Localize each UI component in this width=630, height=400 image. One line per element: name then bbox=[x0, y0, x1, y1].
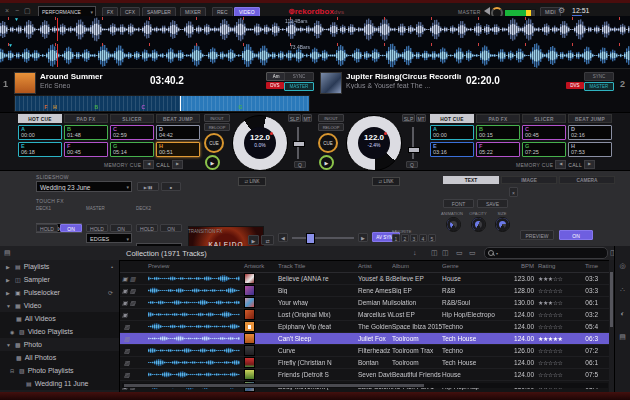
preview-waveform[interactable] bbox=[148, 275, 240, 282]
hot-cue-pad-h[interactable]: H00:51 bbox=[156, 142, 200, 157]
expander-icon[interactable]: ⊟ bbox=[10, 368, 16, 374]
search-input[interactable] bbox=[500, 249, 594, 257]
minimize-icon[interactable]: − bbox=[15, 7, 19, 14]
deck1-sync-button[interactable]: SYNC bbox=[284, 72, 314, 81]
opacity-knob[interactable] bbox=[471, 217, 486, 232]
waveform-display[interactable]: 112.4Bars 73.4Bars ▼ ▼ bbox=[0, 16, 630, 68]
sidebar-item-video-playlists[interactable]: ◉▨Video Playlists bbox=[0, 325, 119, 338]
cell-rating[interactable]: ☆☆☆☆☆ bbox=[534, 359, 572, 366]
cell-rating[interactable]: ★★★☆☆ bbox=[534, 299, 572, 306]
preview-waveform[interactable] bbox=[148, 347, 240, 354]
display-output-1-icon[interactable]: ▭ bbox=[456, 249, 463, 257]
memory-cue-prev-button[interactable]: ◀ bbox=[143, 160, 154, 169]
close-icon[interactable]: × bbox=[5, 7, 9, 14]
hot-cue-pad-e[interactable]: E06:18 bbox=[18, 142, 62, 157]
hot-cue-pad-f[interactable]: F00:45 bbox=[64, 142, 108, 157]
info-icon[interactable]: ◐ bbox=[615, 310, 630, 317]
deck2-loop-in-out-button[interactable]: IN/OUT bbox=[318, 114, 344, 122]
overlay-on-button[interactable]: ON bbox=[559, 230, 593, 240]
sidebar-item-all-photos[interactable]: ▩All Photos bbox=[0, 351, 119, 364]
expander-icon[interactable]: ▼ bbox=[6, 303, 12, 309]
deck1-video-link-button[interactable]: LINK bbox=[238, 177, 266, 186]
horizontal-scrollbar[interactable] bbox=[122, 383, 608, 388]
fx-deck1-on-button[interactable]: ON bbox=[60, 224, 82, 232]
deck2-tempo-slider[interactable] bbox=[412, 127, 414, 159]
import-icon[interactable]: ↓ bbox=[413, 249, 417, 256]
tab-hot-cue[interactable]: HOT CUE bbox=[430, 114, 474, 123]
animation-knob[interactable] bbox=[446, 217, 461, 232]
favorite-3-button[interactable]: 3 bbox=[410, 234, 418, 242]
list-view-icon[interactable]: ◫ bbox=[442, 249, 449, 257]
col-bpm[interactable]: BPM bbox=[504, 263, 534, 269]
deck2-cue-button[interactable]: CUE bbox=[318, 133, 338, 153]
fx-deck2-hold-button[interactable]: HOLD bbox=[136, 224, 158, 232]
tab-beat-jump[interactable]: BEAT JUMP bbox=[156, 114, 200, 123]
table-row[interactable]: ▥Firefly (Christian NBontanToolroomTech … bbox=[120, 357, 614, 369]
sidebar-item-all-videos[interactable]: ▦All Videos bbox=[0, 312, 119, 325]
save-button[interactable]: SAVE bbox=[477, 199, 508, 208]
deck2-master-button[interactable]: MASTER bbox=[584, 82, 614, 91]
memory-cue-next-button[interactable]: ▶ bbox=[172, 160, 183, 169]
favorite-2-button[interactable]: 2 bbox=[401, 234, 409, 242]
font-button[interactable]: FONT bbox=[443, 199, 474, 208]
fx-deck1-hold-button[interactable]: HOLD bbox=[36, 224, 58, 232]
preview-waveform[interactable] bbox=[148, 359, 240, 366]
expander-icon[interactable]: ◉ bbox=[10, 329, 16, 335]
tab-hot-cue[interactable]: HOT CUE bbox=[18, 114, 62, 123]
grid-view-icon[interactable]: ◫ bbox=[431, 249, 438, 257]
deck2-tempo-handle[interactable] bbox=[408, 147, 420, 153]
table-row[interactable]: ▥Epiphany Vip (featThe Golden BoySpace I… bbox=[120, 321, 614, 333]
table-row[interactable]: ▣▥BigRene AmeszBig EPR&B128.00☆☆☆☆☆03:3 bbox=[120, 285, 614, 297]
video-crossfader-left-button[interactable]: ◀ bbox=[278, 233, 288, 242]
favorite-4-button[interactable]: 4 bbox=[419, 234, 427, 242]
preview-waveform[interactable] bbox=[148, 335, 240, 342]
transition-shuffle-button[interactable]: ⇄ bbox=[261, 235, 274, 245]
preview-waveform[interactable] bbox=[148, 371, 240, 378]
hot-cue-pad-d[interactable]: D04:42 bbox=[156, 125, 200, 140]
tab-slicer[interactable]: SLICER bbox=[110, 114, 154, 123]
favorite-1-button[interactable]: 1 bbox=[392, 234, 400, 242]
deck2-sync-button[interactable]: SYNC bbox=[584, 72, 614, 81]
maximize-icon[interactable]: ▢ bbox=[24, 7, 31, 15]
col-artist[interactable]: Artist bbox=[358, 263, 392, 269]
sidebar-item-photo[interactable]: ▼▩Photo bbox=[0, 338, 119, 351]
hot-cue-pad-e[interactable]: E03:16 bbox=[430, 142, 474, 157]
fx-master-hold-button[interactable]: HOLD bbox=[86, 224, 108, 232]
deck1-cue-button[interactable]: CUE bbox=[204, 133, 224, 153]
deck2-quantize-button[interactable]: Q bbox=[406, 161, 418, 168]
expander-icon[interactable]: ▶ bbox=[6, 290, 12, 296]
cell-rating[interactable]: ☆☆☆☆☆ bbox=[534, 311, 572, 318]
table-row[interactable]: ▥CurveFilterheadzToolroom TraxTechno126.… bbox=[120, 345, 614, 357]
sidebar-item-video[interactable]: ▼▦Video bbox=[0, 299, 119, 312]
deck1-loop-in-out-button[interactable]: IN/OUT bbox=[204, 114, 230, 122]
hot-cue-pad-d[interactable]: D02:16 bbox=[568, 125, 612, 140]
display-output-2-icon[interactable]: ▭ bbox=[469, 249, 476, 257]
gear-icon[interactable]: ⚙ bbox=[558, 6, 565, 15]
col-artwork[interactable]: Artwork bbox=[244, 263, 278, 269]
table-row[interactable]: ▣▥Your whayDemian MullerIsolationR&B/Sou… bbox=[120, 297, 614, 309]
deck1-master-button[interactable]: MASTER bbox=[284, 82, 314, 91]
video-crossfader-track[interactable] bbox=[292, 237, 354, 239]
fx-deck2-on-button[interactable]: ON bbox=[160, 224, 182, 232]
tree-toggle-icon[interactable]: ▤ bbox=[4, 249, 11, 257]
hot-cue-pad-h[interactable]: H07:53 bbox=[568, 142, 612, 157]
deck1-waveform[interactable] bbox=[0, 17, 630, 42]
tab-camera[interactable]: CAMERA bbox=[559, 176, 615, 184]
memory-cue-next-button[interactable]: ▶ bbox=[584, 160, 595, 169]
deck2-waveform[interactable] bbox=[0, 43, 630, 68]
deck2-jog-wheel[interactable]: 122.0-2.4% bbox=[346, 115, 402, 171]
deck1-track-overview[interactable]: F H B C G bbox=[14, 95, 310, 112]
deck2-video-link-button[interactable]: LINK bbox=[372, 177, 400, 186]
sidebar-item-pulselocker[interactable]: ▶▣Pulselocker⟳ bbox=[0, 286, 119, 299]
tab-pad-fx[interactable]: PAD FX bbox=[64, 114, 108, 123]
sidebar-item-sampler[interactable]: ▶◫Sampler bbox=[0, 273, 119, 286]
deck1-reloop-button[interactable]: RELOOP bbox=[204, 123, 230, 131]
table-row[interactable]: ▣Lost (Original Mix)Marcellus WallaceLos… bbox=[120, 309, 614, 321]
col-preview[interactable]: Preview bbox=[148, 263, 244, 269]
cell-rating[interactable]: ☆☆☆☆☆ bbox=[534, 287, 572, 294]
sidebar-item-wedding-11-june[interactable]: ▤Wedding 11 June bbox=[0, 377, 119, 390]
tag-icon[interactable]: ◎ bbox=[615, 262, 630, 270]
table-row[interactable]: ▣▥Believe (ANNA reYousef & BontanBelieve… bbox=[120, 273, 614, 285]
scrollbar-thumb[interactable] bbox=[610, 272, 613, 327]
tab-image[interactable]: IMAGE bbox=[501, 176, 557, 184]
